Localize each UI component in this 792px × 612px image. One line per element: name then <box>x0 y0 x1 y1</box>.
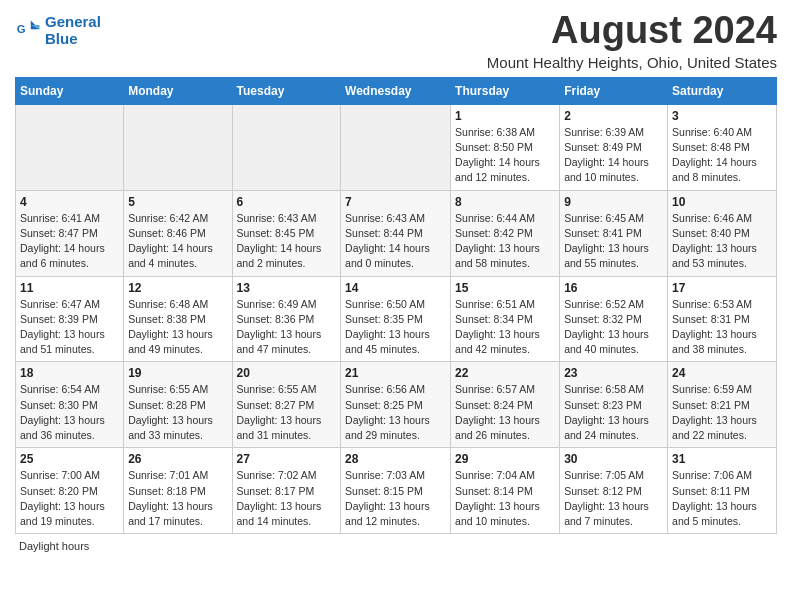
calendar-cell: 1Sunrise: 6:38 AM Sunset: 8:50 PM Daylig… <box>451 104 560 190</box>
day-number: 24 <box>672 366 772 380</box>
day-info: Sunrise: 6:57 AM Sunset: 8:24 PM Dayligh… <box>455 382 555 443</box>
day-info: Sunrise: 7:00 AM Sunset: 8:20 PM Dayligh… <box>20 468 119 529</box>
day-info: Sunrise: 6:41 AM Sunset: 8:47 PM Dayligh… <box>20 211 119 272</box>
day-number: 29 <box>455 452 555 466</box>
calendar-cell <box>16 104 124 190</box>
calendar-cell: 28Sunrise: 7:03 AM Sunset: 8:15 PM Dayli… <box>341 448 451 534</box>
calendar-cell: 3Sunrise: 6:40 AM Sunset: 8:48 PM Daylig… <box>668 104 777 190</box>
day-number: 18 <box>20 366 119 380</box>
day-info: Sunrise: 6:49 AM Sunset: 8:36 PM Dayligh… <box>237 297 337 358</box>
calendar-cell: 19Sunrise: 6:55 AM Sunset: 8:28 PM Dayli… <box>124 362 232 448</box>
calendar-cell: 21Sunrise: 6:56 AM Sunset: 8:25 PM Dayli… <box>341 362 451 448</box>
day-info: Sunrise: 6:43 AM Sunset: 8:44 PM Dayligh… <box>345 211 446 272</box>
svg-text:G: G <box>17 22 26 34</box>
logo-text: General Blue <box>45 14 101 47</box>
calendar-table: SundayMondayTuesdayWednesdayThursdayFrid… <box>15 77 777 534</box>
day-info: Sunrise: 6:45 AM Sunset: 8:41 PM Dayligh… <box>564 211 663 272</box>
calendar-cell: 20Sunrise: 6:55 AM Sunset: 8:27 PM Dayli… <box>232 362 341 448</box>
day-info: Sunrise: 6:55 AM Sunset: 8:28 PM Dayligh… <box>128 382 227 443</box>
calendar-cell: 27Sunrise: 7:02 AM Sunset: 8:17 PM Dayli… <box>232 448 341 534</box>
dow-header: Friday <box>560 77 668 104</box>
day-info: Sunrise: 7:06 AM Sunset: 8:11 PM Dayligh… <box>672 468 772 529</box>
calendar-cell: 24Sunrise: 6:59 AM Sunset: 8:21 PM Dayli… <box>668 362 777 448</box>
day-number: 3 <box>672 109 772 123</box>
day-info: Sunrise: 6:50 AM Sunset: 8:35 PM Dayligh… <box>345 297 446 358</box>
day-number: 10 <box>672 195 772 209</box>
day-info: Sunrise: 6:46 AM Sunset: 8:40 PM Dayligh… <box>672 211 772 272</box>
calendar-cell: 2Sunrise: 6:39 AM Sunset: 8:49 PM Daylig… <box>560 104 668 190</box>
day-number: 11 <box>20 281 119 295</box>
day-number: 1 <box>455 109 555 123</box>
calendar-cell: 10Sunrise: 6:46 AM Sunset: 8:40 PM Dayli… <box>668 190 777 276</box>
location: Mount Healthy Heights, Ohio, United Stat… <box>487 54 777 71</box>
calendar-cell: 25Sunrise: 7:00 AM Sunset: 8:20 PM Dayli… <box>16 448 124 534</box>
day-info: Sunrise: 6:40 AM Sunset: 8:48 PM Dayligh… <box>672 125 772 186</box>
calendar-cell <box>232 104 341 190</box>
day-info: Sunrise: 7:05 AM Sunset: 8:12 PM Dayligh… <box>564 468 663 529</box>
day-number: 21 <box>345 366 446 380</box>
month-year: August 2024 <box>487 10 777 52</box>
day-number: 9 <box>564 195 663 209</box>
day-number: 20 <box>237 366 337 380</box>
day-number: 25 <box>20 452 119 466</box>
day-info: Sunrise: 6:53 AM Sunset: 8:31 PM Dayligh… <box>672 297 772 358</box>
dow-header: Saturday <box>668 77 777 104</box>
day-number: 30 <box>564 452 663 466</box>
day-number: 16 <box>564 281 663 295</box>
day-number: 12 <box>128 281 227 295</box>
day-info: Sunrise: 6:55 AM Sunset: 8:27 PM Dayligh… <box>237 382 337 443</box>
logo-icon: G <box>15 17 43 45</box>
day-number: 17 <box>672 281 772 295</box>
day-info: Sunrise: 6:56 AM Sunset: 8:25 PM Dayligh… <box>345 382 446 443</box>
calendar-cell: 14Sunrise: 6:50 AM Sunset: 8:35 PM Dayli… <box>341 276 451 362</box>
calendar-cell: 29Sunrise: 7:04 AM Sunset: 8:14 PM Dayli… <box>451 448 560 534</box>
dow-header: Tuesday <box>232 77 341 104</box>
calendar-cell: 5Sunrise: 6:42 AM Sunset: 8:46 PM Daylig… <box>124 190 232 276</box>
calendar-cell: 12Sunrise: 6:48 AM Sunset: 8:38 PM Dayli… <box>124 276 232 362</box>
day-info: Sunrise: 6:43 AM Sunset: 8:45 PM Dayligh… <box>237 211 337 272</box>
logo: G General Blue <box>15 14 101 47</box>
day-info: Sunrise: 7:01 AM Sunset: 8:18 PM Dayligh… <box>128 468 227 529</box>
day-number: 28 <box>345 452 446 466</box>
calendar-cell: 17Sunrise: 6:53 AM Sunset: 8:31 PM Dayli… <box>668 276 777 362</box>
day-info: Sunrise: 6:44 AM Sunset: 8:42 PM Dayligh… <box>455 211 555 272</box>
calendar-cell: 30Sunrise: 7:05 AM Sunset: 8:12 PM Dayli… <box>560 448 668 534</box>
dow-header: Monday <box>124 77 232 104</box>
calendar-cell: 6Sunrise: 6:43 AM Sunset: 8:45 PM Daylig… <box>232 190 341 276</box>
logo-line1: General <box>45 13 101 30</box>
calendar-cell: 13Sunrise: 6:49 AM Sunset: 8:36 PM Dayli… <box>232 276 341 362</box>
day-number: 26 <box>128 452 227 466</box>
day-number: 23 <box>564 366 663 380</box>
dow-header: Sunday <box>16 77 124 104</box>
day-number: 19 <box>128 366 227 380</box>
day-info: Sunrise: 6:39 AM Sunset: 8:49 PM Dayligh… <box>564 125 663 186</box>
day-info: Sunrise: 6:47 AM Sunset: 8:39 PM Dayligh… <box>20 297 119 358</box>
calendar-cell: 22Sunrise: 6:57 AM Sunset: 8:24 PM Dayli… <box>451 362 560 448</box>
calendar-cell: 7Sunrise: 6:43 AM Sunset: 8:44 PM Daylig… <box>341 190 451 276</box>
day-info: Sunrise: 6:59 AM Sunset: 8:21 PM Dayligh… <box>672 382 772 443</box>
calendar-cell <box>124 104 232 190</box>
calendar-cell: 18Sunrise: 6:54 AM Sunset: 8:30 PM Dayli… <box>16 362 124 448</box>
day-info: Sunrise: 6:52 AM Sunset: 8:32 PM Dayligh… <box>564 297 663 358</box>
day-info: Sunrise: 6:48 AM Sunset: 8:38 PM Dayligh… <box>128 297 227 358</box>
day-info: Sunrise: 7:03 AM Sunset: 8:15 PM Dayligh… <box>345 468 446 529</box>
day-number: 7 <box>345 195 446 209</box>
calendar-cell: 26Sunrise: 7:01 AM Sunset: 8:18 PM Dayli… <box>124 448 232 534</box>
day-info: Sunrise: 7:02 AM Sunset: 8:17 PM Dayligh… <box>237 468 337 529</box>
day-number: 2 <box>564 109 663 123</box>
day-number: 31 <box>672 452 772 466</box>
day-info: Sunrise: 6:51 AM Sunset: 8:34 PM Dayligh… <box>455 297 555 358</box>
day-info: Sunrise: 7:04 AM Sunset: 8:14 PM Dayligh… <box>455 468 555 529</box>
calendar-cell: 8Sunrise: 6:44 AM Sunset: 8:42 PM Daylig… <box>451 190 560 276</box>
logo-line2: Blue <box>45 30 78 47</box>
calendar-cell: 16Sunrise: 6:52 AM Sunset: 8:32 PM Dayli… <box>560 276 668 362</box>
calendar-cell: 23Sunrise: 6:58 AM Sunset: 8:23 PM Dayli… <box>560 362 668 448</box>
page-header: G General Blue August 2024 Mount Healthy… <box>15 10 777 71</box>
day-number: 22 <box>455 366 555 380</box>
day-number: 4 <box>20 195 119 209</box>
calendar-cell: 11Sunrise: 6:47 AM Sunset: 8:39 PM Dayli… <box>16 276 124 362</box>
day-info: Sunrise: 6:42 AM Sunset: 8:46 PM Dayligh… <box>128 211 227 272</box>
day-number: 14 <box>345 281 446 295</box>
day-info: Sunrise: 6:58 AM Sunset: 8:23 PM Dayligh… <box>564 382 663 443</box>
day-number: 6 <box>237 195 337 209</box>
